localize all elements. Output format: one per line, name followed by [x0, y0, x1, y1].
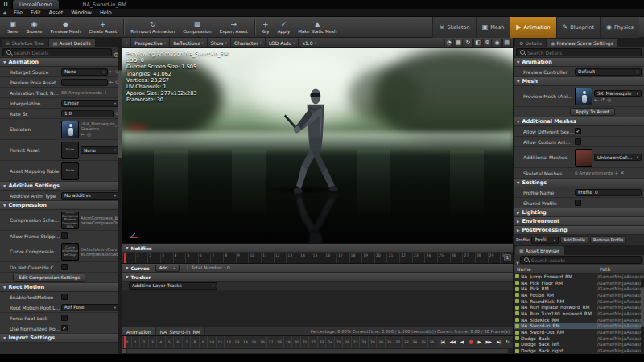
play-button[interactable]: ▶ [477, 339, 480, 344]
asset-row[interactable]: NA_Sword-Out_RM /Game/NinjaAssassin... [514, 329, 644, 335]
profile-name-input[interactable]: Profile_0 [575, 189, 642, 196]
menu-asset[interactable]: Asset [44, 9, 67, 17]
viewport-menu-button[interactable] [122, 38, 131, 47]
asset-row[interactable]: Dodge_Back_right /Game/NinjaAssassin... [514, 348, 644, 354]
step-forward-button[interactable]: ▶▶ [486, 339, 491, 344]
frame-cell[interactable]: 14 [241, 336, 250, 348]
asset-row[interactable]: NA_SideKick_RM /Game/NinjaAssassin... [514, 317, 644, 323]
section-compression[interactable]: Compression [0, 201, 122, 210]
asset-browser-search-input[interactable] [531, 257, 638, 263]
frame-cell[interactable]: 35 [419, 336, 427, 348]
section-postprocessing[interactable]: PostProcessing [514, 226, 644, 235]
asset-row[interactable]: NA_Pick_RM /Game/NinjaAssassin... [514, 286, 644, 292]
tab-asset-browser[interactable]: Asset Browser [515, 246, 564, 255]
force-root-lock-checkbox[interactable] [61, 315, 68, 321]
frame-tick[interactable]: 23 [412, 253, 425, 263]
frame-cell[interactable]: 26 [342, 336, 351, 348]
frame-cell[interactable]: 9 [199, 336, 208, 348]
frame-cell[interactable]: 16 [258, 336, 266, 348]
frame-tick[interactable]: 18 [349, 253, 362, 263]
edit-compression-settings-button[interactable]: Edit Compression Settings [13, 274, 85, 282]
frame-cell[interactable]: 21 [300, 336, 309, 348]
project-tab[interactable]: UnrealDemo [13, 0, 59, 9]
frame-tick[interactable]: 14 [299, 253, 312, 263]
frame-cell[interactable]: 32 [394, 336, 402, 348]
section-additive-settings[interactable]: Additive Settings [0, 182, 122, 191]
apply-to-asset-button[interactable]: Apply To Asset [570, 108, 615, 116]
rotation-snap-icon[interactable]: ↻ [464, 39, 473, 47]
asset-row[interactable]: NA_Run_Inplace_nosword_RM /Game/NinjaAss… [514, 304, 644, 311]
asset-row[interactable]: Dodge_Back_left /Game/NinjaAssassin... [514, 342, 644, 348]
section-settings[interactable]: Settings [514, 179, 644, 187]
timeline-zoom-bar[interactable] [122, 348, 513, 354]
grid-snap-icon[interactable]: ▦ [454, 39, 463, 47]
enable-root-motion-checkbox[interactable] [61, 294, 68, 300]
use-selected-icon[interactable] [594, 97, 598, 102]
frame-cell[interactable]: 13 [233, 336, 242, 348]
frame-tick[interactable]: 17 [336, 253, 349, 263]
step-back-button[interactable]: ◀◀ [449, 339, 454, 344]
tab-details[interactable]: Details [515, 39, 546, 47]
remove-profile-button[interactable]: Remove Profile [590, 236, 626, 244]
frame-tick[interactable]: 25 [437, 253, 450, 263]
frame-tick[interactable]: 8 [223, 253, 236, 263]
compression-scheme-thumbnail[interactable]: Anim Compress Bitwise Compress Only [61, 212, 79, 229]
section-additional-meshes[interactable]: Additional Meshes [514, 117, 644, 126]
frame-cell[interactable]: 5 [165, 336, 174, 348]
interpolation-dropdown[interactable]: Linear [61, 100, 119, 107]
additive-anim-type-dropdown[interactable]: No additive [61, 192, 119, 200]
frame-tick[interactable]: 1 [135, 253, 148, 263]
frame-tick[interactable]: 15 [312, 253, 324, 263]
browse-button[interactable]: ◉ Browse [23, 18, 47, 37]
frame-tick[interactable]: 2 [147, 253, 160, 263]
asset-row[interactable]: NA_Potion_RM /Game/NinjaAssassin... [514, 292, 644, 298]
frame-cell[interactable]: 17 [266, 336, 275, 348]
mode-tab-skeleton[interactable]: ☠ Skeleton [432, 17, 475, 38]
section-tracker[interactable]: Tracker [122, 273, 513, 282]
viewport-scene[interactable]: Previewing Animation NA_Sword-in_RM LOD:… [122, 48, 513, 243]
scrollbar-thumb[interactable] [641, 287, 644, 327]
compression-button[interactable]: ▦ Compression [179, 18, 216, 37]
asset-browser-search[interactable] [520, 256, 642, 264]
frame-tick[interactable]: 11 [261, 253, 274, 263]
frame-cell[interactable]: 27 [351, 336, 360, 348]
mode-tab-mesh[interactable]: ▣ Mesh [476, 17, 510, 38]
asset-details-search[interactable] [2, 48, 112, 56]
add-profile-button[interactable]: Add Profile [560, 236, 588, 244]
to-end-button[interactable]: ▶| [497, 339, 500, 344]
menu-help[interactable]: Help [96, 9, 116, 17]
section-root-motion[interactable]: Root Motion [0, 283, 122, 292]
section-import-settings[interactable]: Import Settings [0, 334, 122, 343]
section-curves[interactable]: Curves Add... Total Number : 0 [122, 264, 513, 273]
export-asset-button[interactable]: → Export Asset [216, 18, 252, 37]
section-preview-mesh[interactable]: Mesh [514, 77, 644, 86]
retarget-source-dropdown[interactable]: None [61, 68, 108, 76]
lod-button[interactable]: LOD Auto [266, 38, 299, 47]
asset-row[interactable]: NA_Jump_Forward_RM /Game/NinjaAssassin..… [514, 274, 644, 280]
tab-skeleton-tree[interactable]: Skeleton Tree [2, 39, 48, 47]
profile-dropdown[interactable]: Profile_0 [531, 237, 559, 244]
frame-cell[interactable]: 25 [334, 336, 343, 348]
frame-tick[interactable]: 10 [248, 253, 261, 263]
frame-tick[interactable]: 3 [160, 253, 173, 263]
asset-details-search-input[interactable] [14, 50, 109, 56]
asset-row[interactable]: Dodge_Back /Game/NinjaAssassin... [514, 335, 644, 342]
frame-tick[interactable]: 22 [399, 253, 412, 263]
frame-cell[interactable]: 20 [291, 336, 300, 348]
browse-to-asset-icon[interactable] [87, 132, 91, 137]
show-button[interactable]: Show [208, 38, 231, 47]
preview-controller-dropdown[interactable]: Default [575, 68, 642, 76]
section-lighting[interactable]: Lighting [514, 208, 644, 217]
use-selected-icon[interactable] [109, 69, 114, 74]
frame-tick[interactable]: 24 [424, 253, 437, 263]
parent-asset-thumbnail[interactable]: None [61, 142, 79, 159]
frame-cell[interactable]: 30 [376, 336, 385, 348]
additive-layer-tracks-dropdown[interactable]: Additive Layer Tracks [129, 282, 217, 290]
frame-tick[interactable]: 13 [286, 253, 299, 263]
section-environment[interactable]: Environment [514, 217, 644, 226]
preview-scene-search-input[interactable] [527, 50, 638, 56]
parent-asset-dropdown[interactable]: None [80, 146, 119, 154]
asset-row[interactable]: NA_Pick_Floor_RM /Game/NinjaAssassin... [514, 280, 644, 286]
frame-tick[interactable]: 6 [198, 253, 211, 263]
mode-tab-animation[interactable]: ▶ Animation [510, 17, 555, 38]
